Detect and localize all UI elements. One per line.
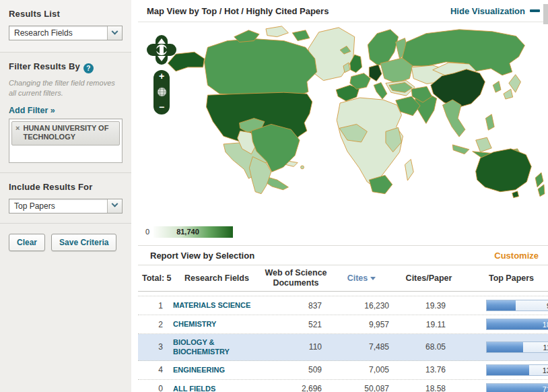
filter-note: Changing the filter field removes all cu… (9, 78, 123, 98)
report-title: Report View by Selection (150, 251, 254, 261)
top-papers-cell: 13 (466, 364, 548, 376)
row-rank: 3 (138, 342, 173, 352)
top-papers-bar-fill (487, 319, 548, 329)
top-papers-bar: 18 (486, 319, 548, 330)
world-map[interactable]: + − (138, 22, 548, 221)
cites-value: 7,485 (331, 342, 392, 352)
top-papers-cell: 9 (466, 300, 548, 311)
table-row: 0 ALL FIELDS 2,696 50,087 18.58 71 (138, 380, 548, 392)
wos-documents-value: 509 (261, 365, 331, 374)
remove-filter-icon[interactable]: × (15, 124, 20, 143)
research-field-link[interactable]: BIOLOGY & BIOCHEMISTRY (173, 337, 261, 357)
column-header-cites-per-paper: Cites/Paper (392, 273, 466, 284)
table-header-row: Total: 5 Research Fields Web of Science … (138, 265, 548, 292)
main-content: Map View by Top / Hot / Highly Cited Pap… (138, 0, 548, 392)
include-results-dropdown[interactable]: Top Papers (9, 199, 123, 214)
cites-value: 50,087 (331, 384, 392, 392)
choropleth-map-svg[interactable] (138, 22, 548, 221)
chevron-down-icon[interactable] (107, 26, 122, 40)
results-list-dropdown-value: Research Fields (14, 28, 73, 38)
top-papers-bar-fill (487, 300, 516, 311)
table-row: 3 BIOLOGY & BIOCHEMISTRY 110 7,485 68.05… (138, 334, 548, 361)
include-results-section: Include Results For Top Papers (0, 173, 131, 224)
map-pan-control[interactable] (146, 34, 177, 65)
cites-per-paper-value: 18.58 (392, 384, 466, 392)
filter-list-box: × HUNAN UNIVERSITY OF TECHNOLOGY (9, 119, 123, 163)
clear-button[interactable]: Clear (9, 234, 45, 251)
results-list-dropdown[interactable]: Research Fields (9, 26, 123, 40)
row-rank: 1 (138, 301, 173, 311)
zoom-out-icon[interactable]: − (159, 103, 164, 111)
table-body: 1 MATERIALS SCIENCE 837 16,230 19.39 9 2… (138, 296, 548, 392)
map-controls: + − (146, 34, 177, 115)
legend-max-value: 81,740 (176, 228, 199, 236)
globe-icon[interactable] (157, 87, 167, 97)
results-list-section: Results List Research Fields (0, 0, 131, 53)
table-row: 4 ENGINEERING 509 7,005 13.76 13 (138, 361, 548, 380)
total-count: Total: 5 (138, 273, 173, 284)
top-papers-bar: 13 (486, 364, 548, 376)
filter-section: Filter Results By? Changing the filter f… (0, 53, 131, 173)
research-field-link[interactable]: ENGINEERING (173, 365, 261, 374)
report-header: Report View by Selection Customize (138, 245, 548, 265)
filter-chip-label: HUNAN UNIVERSITY OF TECHNOLOGY (23, 124, 116, 143)
top-papers-bar-fill (487, 384, 548, 392)
cites-per-paper-value: 68.05 (392, 342, 466, 352)
top-papers-bar: 11 (486, 341, 548, 353)
map-zoom-control[interactable]: + − (153, 70, 170, 115)
sidebar-actions: Clear Save Criteria (0, 224, 131, 261)
add-filter-link[interactable]: Add Filter » (9, 106, 55, 115)
zoom-in-icon[interactable]: + (159, 72, 164, 80)
column-header-cites[interactable]: Cites (331, 273, 392, 284)
hide-visualization-link[interactable]: Hide Visualization (450, 6, 540, 16)
column-header-research-fields: Research Fields (173, 273, 261, 284)
column-header-wos-documents: Web of Science Documents (261, 268, 331, 288)
research-field-link[interactable]: MATERIALS SCIENCE (173, 300, 261, 310)
row-rank: 0 (138, 384, 173, 392)
top-papers-bar: 9 (486, 300, 548, 311)
top-papers-value: 11 (543, 344, 548, 352)
legend-gradient-bar: 81,740 (153, 226, 233, 238)
filter-chip[interactable]: × HUNAN UNIVERSITY OF TECHNOLOGY (11, 121, 120, 146)
help-icon[interactable]: ? (83, 63, 94, 73)
wos-documents-value: 2,696 (261, 384, 331, 392)
table-row: 2 CHEMISTRY 521 9,957 19.11 18 (138, 315, 548, 334)
scrollbar-thumb[interactable] (543, 4, 548, 24)
visualization-header: Map View by Top / Hot / Highly Cited Pap… (138, 0, 548, 22)
cites-value: 7,005 (331, 365, 392, 374)
cites-per-paper-value: 13.76 (392, 365, 466, 374)
sort-desc-icon (370, 277, 376, 280)
wos-documents-value: 521 (261, 320, 331, 329)
top-papers-bar: 71 (486, 383, 548, 392)
top-papers-cell: 11 (466, 341, 548, 353)
row-rank: 2 (138, 320, 173, 329)
chevron-down-icon[interactable] (107, 199, 122, 213)
top-papers-value: 18 (543, 321, 548, 329)
table-row: 1 MATERIALS SCIENCE 837 16,230 19.39 9 (138, 296, 548, 315)
top-papers-value: 13 (543, 366, 548, 374)
top-papers-bar-fill (487, 365, 529, 375)
column-header-top-papers: Top Papers (466, 273, 548, 284)
cites-per-paper-value: 19.11 (392, 320, 466, 329)
include-results-heading: Include Results For (9, 182, 123, 192)
research-field-link[interactable]: CHEMISTRY (173, 319, 261, 329)
top-papers-bar-fill (487, 342, 523, 352)
top-papers-cell: 18 (466, 319, 548, 330)
cites-value: 9,957 (331, 320, 392, 329)
map-legend: 0 81,740 (138, 225, 548, 238)
row-rank: 4 (138, 365, 173, 374)
filter-heading: Filter Results By? (9, 61, 123, 73)
legend-min-value: 0 (145, 228, 149, 236)
research-field-link[interactable]: ALL FIELDS (173, 384, 261, 392)
sidebar: Results List Research Fields Filter Resu… (0, 0, 131, 392)
cites-value: 16,230 (331, 301, 392, 311)
include-results-dropdown-value: Top Papers (14, 201, 55, 211)
top-papers-cell: 71 (466, 383, 548, 392)
cites-per-paper-value: 19.39 (392, 301, 466, 311)
visualization-title: Map View by Top / Hot / Highly Cited Pap… (147, 6, 329, 16)
results-list-heading: Results List (9, 9, 123, 19)
customize-link[interactable]: Customize (494, 251, 539, 261)
wos-documents-value: 110 (261, 342, 331, 352)
save-criteria-button[interactable]: Save Criteria (51, 234, 116, 251)
minus-icon (530, 9, 540, 12)
